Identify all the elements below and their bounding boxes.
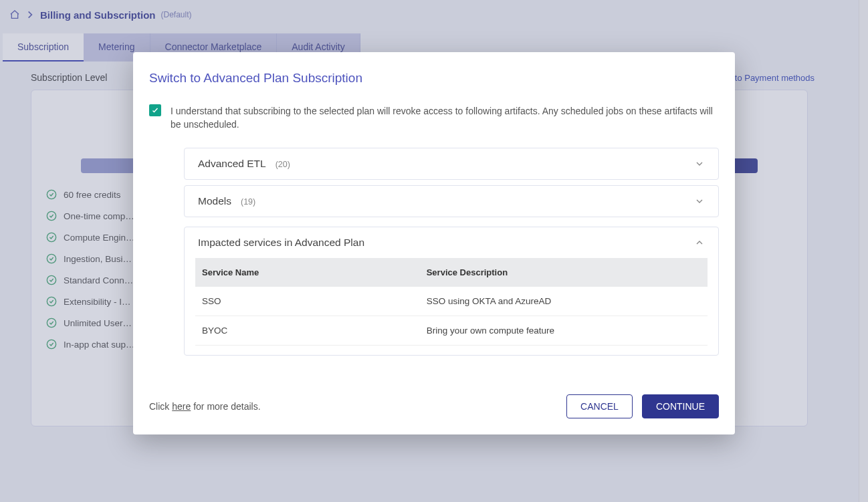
chevron-up-icon (694, 237, 705, 248)
modal-overlay: Switch to Advanced Plan Subscription I u… (0, 0, 868, 502)
service-desc: SSO using OKTA and AzureAD (427, 296, 701, 306)
switch-plan-modal: Switch to Advanced Plan Subscription I u… (133, 52, 735, 434)
cancel-button[interactable]: CANCEL (566, 394, 633, 418)
accordion-advanced-etl: Advanced ETL (20) (184, 148, 719, 180)
more-details-text: Click here for more details. (149, 401, 261, 412)
service-name: BYOC (202, 326, 427, 336)
accordion-count: (19) (241, 197, 255, 207)
continue-button[interactable]: CONTINUE (642, 394, 719, 418)
chevron-down-icon (694, 158, 705, 169)
accordion-header[interactable]: Advanced ETL (20) (185, 148, 718, 179)
modal-footer: Click here for more details. CANCEL CONT… (149, 394, 719, 418)
consent-checkbox[interactable] (149, 104, 161, 116)
table-row: SSO SSO using OKTA and AzureAD (195, 287, 708, 316)
accordion-group: Advanced ETL (20) Models (19) (184, 148, 719, 356)
table-row: BYOC Bring your own compute feature (195, 316, 708, 346)
accordion-impacted-services: Impacted services in Advanced Plan Servi… (184, 227, 719, 356)
modal-title: Switch to Advanced Plan Subscription (149, 71, 719, 86)
chevron-down-icon (694, 196, 705, 207)
table-header: Service Name Service Description (195, 258, 708, 287)
accordion-models: Models (19) (184, 185, 719, 217)
accordion-header[interactable]: Impacted services in Advanced Plan (185, 227, 718, 258)
accordion-count: (20) (276, 160, 290, 169)
col-service-desc: Service Description (427, 267, 701, 277)
consent-text: I understand that subscribing to the sel… (171, 104, 719, 132)
impacted-services-table: Service Name Service Description SSO SSO… (185, 258, 718, 355)
service-desc: Bring your own compute feature (427, 326, 701, 336)
accordion-name: Advanced ETL (198, 158, 266, 170)
service-name: SSO (202, 296, 427, 306)
accordion-name: Models (198, 195, 231, 207)
col-service-name: Service Name (202, 267, 427, 277)
consent-row: I understand that subscribing to the sel… (149, 104, 719, 132)
more-details-link[interactable]: here (172, 401, 191, 412)
accordion-header[interactable]: Models (19) (185, 186, 718, 217)
impacted-title: Impacted services in Advanced Plan (198, 237, 364, 249)
